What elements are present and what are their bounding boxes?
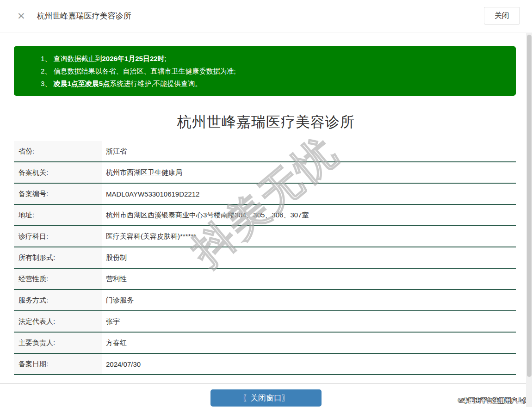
notice-line-number: 3、	[41, 80, 54, 87]
row-label: 服务方式:	[14, 290, 102, 310]
row-value: 门诊服务	[102, 290, 516, 310]
row-value: 营利性	[102, 269, 516, 289]
notice-line-text: 信息数据结果以各省、自治区、直辖市卫生健康委数据为准;	[54, 67, 236, 75]
table-row: 服务方式: 门诊服务	[14, 290, 516, 311]
notice-line: 1、 查询数据截止到2026年1月25日22时;	[41, 52, 507, 65]
notice-line: 2、 信息数据结果以各省、自治区、直辖市卫生健康委数据为准;	[41, 65, 507, 77]
row-value: 张宇	[102, 311, 516, 332]
close-x-icon[interactable]: ✕	[17, 11, 25, 21]
row-value: 股份制	[102, 247, 516, 268]
copyright-note: ©本图由平台注册用户上传	[458, 396, 529, 405]
notice-line-text: 查询数据截止到	[54, 55, 102, 62]
row-value: 医疗美容科(美容皮肤科)******	[102, 226, 516, 247]
notice-line: 3、 凌晨1点至凌晨5点系统进行维护,不能提供查询。	[41, 77, 507, 90]
info-table: 省份: 浙江省 备案机关: 杭州市西湖区卫生健康局 备案编号: MADL0AYW…	[14, 141, 516, 375]
row-label: 省份:	[14, 141, 102, 161]
row-label: 地址:	[14, 205, 102, 225]
window-title: 杭州世峰嘉瑞医疗美容诊所	[37, 11, 131, 21]
notice-line-number: 2、	[41, 67, 54, 75]
row-value: 杭州市西湖区卫生健康局	[102, 162, 516, 183]
row-value: MADL0AYW533010619D2212	[102, 184, 516, 204]
notice-line-tail: ;	[165, 55, 167, 62]
notice-line-bold: 凌晨1点至凌晨5点	[54, 80, 110, 87]
notice-line-tail: 系统进行维护,不能提供查询。	[110, 80, 202, 87]
row-value: 2024/07/30	[102, 354, 516, 374]
row-label: 诊疗科目:	[14, 226, 102, 247]
table-row: 所有制形式: 股份制	[14, 247, 516, 269]
row-label: 主要负责人:	[14, 333, 102, 353]
row-label: 法定代表人:	[14, 311, 102, 332]
scrollbar[interactable]	[526, 33, 532, 407]
table-row: 地址: 杭州市西湖区西溪银泰商业中心3号楼南楼304、305、306、307室	[14, 205, 516, 226]
row-label: 经营性质:	[14, 269, 102, 289]
table-row: 主要负责人: 方春红	[14, 333, 516, 354]
table-row: 省份: 浙江省	[14, 141, 516, 162]
table-row: 经营性质: 营利性	[14, 269, 516, 290]
row-label: 备案日期:	[14, 354, 102, 374]
close-button[interactable]: 关闭	[484, 7, 520, 25]
table-row: 备案编号: MADL0AYW533010619D2212	[14, 184, 516, 205]
row-value: 方春红	[102, 333, 516, 353]
table-row: 备案日期: 2024/07/30	[14, 354, 516, 375]
close-window-button[interactable]: 〖关闭窗口〗	[210, 389, 322, 407]
footer: 〖关闭窗口〗	[0, 384, 532, 407]
row-label: 所有制形式:	[14, 247, 102, 268]
row-label: 备案机关:	[14, 162, 102, 183]
notice-line-number: 1、	[41, 55, 54, 62]
notice-banner: 1、 查询数据截止到2026年1月25日22时; 2、 信息数据结果以各省、自治…	[14, 46, 516, 96]
page-title: 杭州世峰嘉瑞医疗美容诊所	[0, 112, 532, 132]
notice-line-bold: 2026年1月25日22时	[102, 55, 165, 62]
table-row: 法定代表人: 张宇	[14, 311, 516, 333]
scrollbar-thumb[interactable]	[527, 35, 532, 377]
row-value: 浙江省	[102, 141, 516, 161]
table-row: 备案机关: 杭州市西湖区卫生健康局	[14, 162, 516, 184]
row-label: 备案编号:	[14, 184, 102, 204]
top-bar: ✕ 杭州世峰嘉瑞医疗美容诊所 关闭	[0, 0, 532, 32]
table-row: 诊疗科目: 医疗美容科(美容皮肤科)******	[14, 226, 516, 247]
row-value: 杭州市西湖区西溪银泰商业中心3号楼南楼304、305、306、307室	[102, 205, 516, 225]
